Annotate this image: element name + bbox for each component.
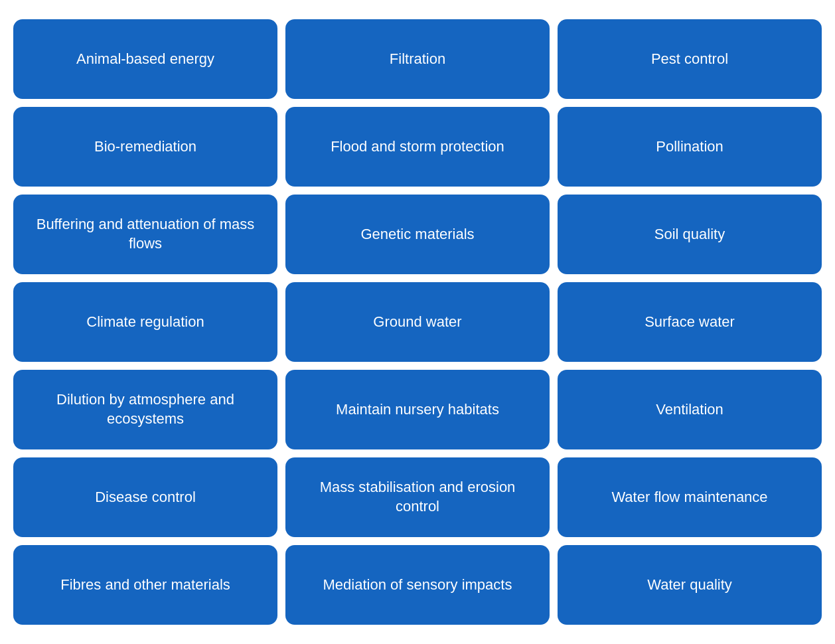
tile-water-quality[interactable]: Water quality	[558, 545, 822, 625]
tile-mediation-of-sensory-impacts[interactable]: Mediation of sensory impacts	[285, 545, 550, 625]
tile-label-ventilation: Ventilation	[656, 400, 723, 420]
tile-flood-and-storm-protection[interactable]: Flood and storm protection	[285, 107, 550, 187]
tile-label-disease-control: Disease control	[95, 488, 196, 507]
tile-pollination[interactable]: Pollination	[558, 107, 822, 187]
tile-water-flow-maintenance[interactable]: Water flow maintenance	[558, 457, 822, 537]
tile-pest-control[interactable]: Pest control	[558, 19, 822, 99]
tile-filtration[interactable]: Filtration	[285, 19, 550, 99]
tile-label-mass-stabilisation: Mass stabilisation and erosion control	[299, 478, 536, 516]
tile-soil-quality[interactable]: Soil quality	[558, 195, 822, 274]
tile-climate-regulation[interactable]: Climate regulation	[13, 282, 277, 362]
tile-ventilation[interactable]: Ventilation	[558, 370, 822, 449]
tile-label-ground-water: Ground water	[373, 313, 461, 332]
tile-label-buffering-and-attenuation: Buffering and attenuation of mass flows	[27, 215, 264, 253]
tile-label-soil-quality: Soil quality	[654, 225, 725, 244]
tile-mass-stabilisation[interactable]: Mass stabilisation and erosion control	[285, 457, 550, 537]
tile-label-water-quality: Water quality	[647, 576, 732, 595]
tile-dilution-by-atmosphere[interactable]: Dilution by atmosphere and ecosystems	[13, 370, 277, 449]
tile-label-water-flow-maintenance: Water flow maintenance	[611, 488, 767, 507]
tile-label-flood-and-storm-protection: Flood and storm protection	[331, 137, 504, 157]
tile-bio-remediation[interactable]: Bio-remediation	[13, 107, 277, 187]
tiles-grid: Animal-based energyFiltrationPest contro…	[0, 6, 835, 638]
tile-label-pollination: Pollination	[656, 137, 723, 157]
tile-label-filtration: Filtration	[390, 50, 445, 69]
tile-label-dilution-by-atmosphere: Dilution by atmosphere and ecosystems	[27, 390, 264, 428]
tile-maintain-nursery-habitats[interactable]: Maintain nursery habitats	[285, 370, 550, 449]
tile-fibres-and-other-materials[interactable]: Fibres and other materials	[13, 545, 277, 625]
tile-disease-control[interactable]: Disease control	[13, 457, 277, 537]
tile-label-fibres-and-other-materials: Fibres and other materials	[60, 576, 230, 595]
tile-buffering-and-attenuation[interactable]: Buffering and attenuation of mass flows	[13, 195, 277, 274]
tile-label-bio-remediation: Bio-remediation	[94, 137, 196, 157]
tile-label-surface-water: Surface water	[645, 313, 735, 332]
tile-surface-water[interactable]: Surface water	[558, 282, 822, 362]
tile-label-climate-regulation: Climate regulation	[86, 313, 204, 332]
tile-label-maintain-nursery-habitats: Maintain nursery habitats	[336, 400, 499, 420]
tile-ground-water[interactable]: Ground water	[285, 282, 550, 362]
tile-label-mediation-of-sensory-impacts: Mediation of sensory impacts	[323, 576, 512, 595]
tile-label-genetic-materials: Genetic materials	[360, 225, 474, 244]
tile-label-pest-control: Pest control	[651, 50, 728, 69]
tile-label-animal-based-energy: Animal-based energy	[76, 50, 214, 69]
tile-animal-based-energy[interactable]: Animal-based energy	[13, 19, 277, 99]
tile-genetic-materials[interactable]: Genetic materials	[285, 195, 550, 274]
